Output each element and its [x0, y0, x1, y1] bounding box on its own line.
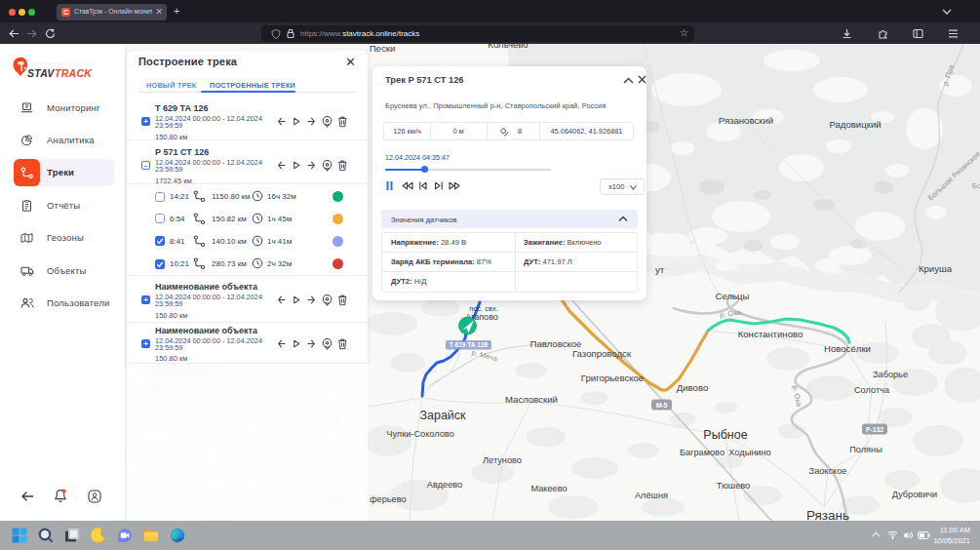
svg-text:Рязановский: Рязановский [719, 115, 773, 126]
svg-text:Дубровичи: Дубровичи [892, 490, 938, 499]
svg-text:Константиново: Константиново [738, 329, 804, 339]
svg-text:Чулки-Соколово: Чулки-Соколово [386, 429, 453, 439]
svg-text:ут: ут [655, 264, 665, 275]
svg-text:Дивово: Дивово [677, 382, 709, 393]
svg-text:Солотча: Солотча [854, 385, 890, 395]
svg-text:Новосёлки: Новосёлки [824, 343, 871, 354]
svg-text:Радовицкий: Радовицкий [829, 119, 881, 130]
svg-text:Р-132: Р-132 [866, 426, 883, 433]
svg-text:Заборье: Заборье [873, 370, 908, 379]
svg-text:TRACK: TRACK [55, 67, 93, 79]
svg-text:STAV: STAV [27, 67, 55, 79]
svg-text:Летуново: Летуново [483, 455, 522, 465]
svg-text:Авдеево: Авдеево [427, 480, 462, 490]
svg-text:Сельцы: Сельцы [716, 291, 750, 301]
svg-text:М-5: М-5 [656, 402, 668, 409]
svg-text:Т 629 ТА 126: Т 629 ТА 126 [450, 341, 489, 348]
svg-text:Григорьевское: Григорьевское [581, 373, 644, 383]
svg-text:Тюшево: Тюшево [717, 481, 750, 491]
svg-text:Макеево: Макеево [530, 484, 567, 493]
svg-text:Зарайск: Зарайск [419, 409, 466, 422]
svg-text:Масловский: Масловский [505, 394, 558, 405]
svg-text:Пески: Пески [370, 44, 396, 54]
svg-text:ферьево: ферьево [370, 494, 407, 504]
svg-text:Поляны: Поляны [849, 445, 882, 454]
svg-text:Рязань: Рязань [806, 508, 849, 521]
svg-text:р. Меча: р. Меча [471, 348, 499, 363]
svg-text:Ходынино: Ходынино [728, 448, 770, 457]
svg-text:Криуша: Криуша [919, 263, 953, 274]
svg-text:Алёшня: Алёшня [635, 491, 668, 500]
svg-text:р. Ока: р. Ока [720, 307, 743, 319]
svg-text:Кольчево: Кольчево [488, 44, 528, 50]
svg-text:Баграмово: Баграмово [680, 448, 725, 457]
svg-text:Заокское: Заокское [809, 466, 847, 476]
svg-text:Газопроводск: Газопроводск [572, 348, 632, 359]
svg-text:Бо: Бо [972, 181, 980, 190]
svg-text:Рыбное: Рыбное [703, 428, 747, 442]
